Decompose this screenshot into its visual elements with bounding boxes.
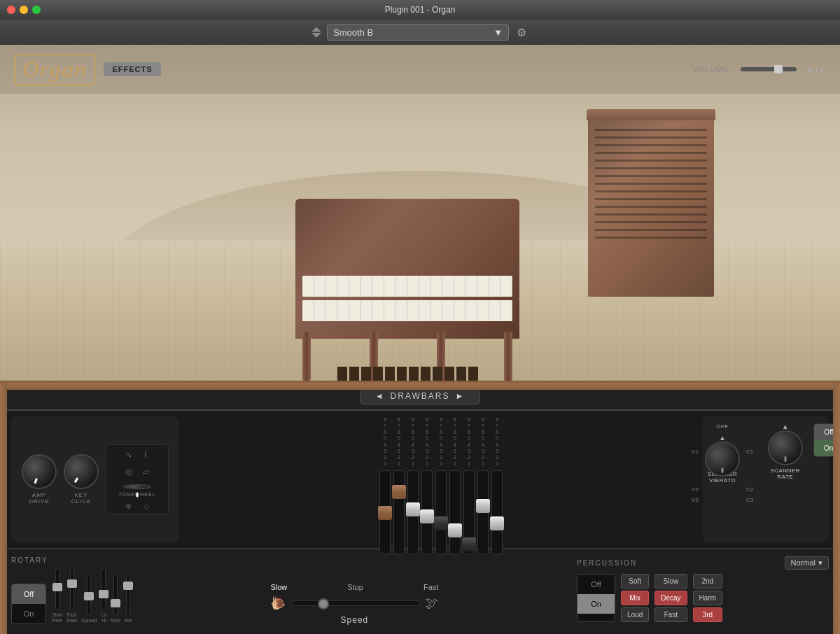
- scanner-section: OFF V1 ▲ C1 SCANNERVIBRATO V2: [703, 416, 829, 542]
- drawbar-track-3[interactable]: [407, 470, 419, 554]
- drawbar-handle-7[interactable]: [462, 537, 476, 551]
- scanner-c1-btn[interactable]: C1: [743, 447, 757, 456]
- key-click-knob[interactable]: [64, 454, 99, 489]
- drawbar-handle-5[interactable]: [434, 516, 448, 530]
- scanner-vibrato-knob[interactable]: [705, 442, 740, 477]
- preset-dropdown[interactable]: Smooth B ▼: [327, 24, 509, 41]
- percussion-soft-btn[interactable]: Soft: [621, 574, 649, 589]
- percussion-on-btn[interactable]: On: [578, 594, 615, 614]
- bottom-section: ROTARY Off On SlowRate: [0, 548, 840, 634]
- drawbar-track-5[interactable]: [435, 470, 447, 554]
- drawbar-track-9[interactable]: [491, 470, 503, 554]
- spread-track[interactable]: [87, 574, 91, 616]
- scanner-v1-btn[interactable]: V1: [688, 447, 702, 456]
- leslie-top: [587, 109, 715, 120]
- preset-name: Smooth B: [333, 27, 373, 38]
- key-click-label: KEYCLICK: [71, 492, 92, 505]
- scanner-row-1: V1 ▲ C1: [688, 435, 757, 470]
- drawbar-col-6: 87654321 2: [449, 416, 461, 562]
- close-button[interactable]: [7, 6, 15, 14]
- lo-hi-thumb[interactable]: [99, 590, 108, 598]
- speed-slider-track[interactable]: [291, 600, 420, 606]
- effects-button[interactable]: EFFECTS: [104, 62, 160, 76]
- scanner-vibrato-column: OFF V1 ▲ C1 SCANNERVIBRATO V2: [688, 423, 757, 505]
- mix-thumb[interactable]: [123, 582, 133, 590]
- drawbars-nav: ◄ DRAWBARS ►: [0, 383, 840, 411]
- drawbars-nav-button[interactable]: ◄ DRAWBARS ►: [360, 388, 480, 404]
- percussion-slow-btn[interactable]: Slow: [654, 574, 687, 589]
- drawbar-handle-3[interactable]: [406, 502, 420, 516]
- maximize-button[interactable]: [32, 6, 41, 14]
- drawbar-handle-9[interactable]: [490, 516, 504, 530]
- scanner-rate-up-arrow: ▲: [768, 423, 803, 430]
- mix-track[interactable]: [126, 574, 130, 616]
- slow-rate-track[interactable]: [55, 568, 59, 610]
- drawbar-col-3: 87654321 8: [407, 416, 419, 562]
- knobs-section: AMPDRIVE KEYCLICK ∿ ⌇ ◎ ▱ TONEWHEEL ⚙ ◇: [11, 416, 179, 542]
- speed-slider-thumb[interactable]: [318, 598, 329, 610]
- speed-labels: Slow Stop Fast: [270, 583, 438, 591]
- preset-down-arrow[interactable]: [312, 33, 321, 38]
- percussion-fast-btn[interactable]: Fast: [654, 607, 687, 622]
- drawbar-handle-4[interactable]: [420, 509, 434, 523]
- fast-rate-track[interactable]: [70, 568, 74, 610]
- spread-thumb[interactable]: [84, 592, 94, 600]
- minimize-button[interactable]: [20, 6, 28, 14]
- percussion-volume-col: Soft Mix Loud: [621, 574, 649, 622]
- lo-hi-track[interactable]: [102, 568, 106, 610]
- mod-thumb[interactable]: [111, 599, 120, 607]
- preset-up-arrow[interactable]: [312, 27, 321, 32]
- scanner-v3-btn[interactable]: V3: [688, 495, 702, 505]
- volume-slider[interactable]: [741, 67, 797, 71]
- tw-icon-3: ⚙: [121, 500, 135, 514]
- drawbar-track-8[interactable]: [477, 470, 489, 554]
- rotary-slider-mix: Mix: [125, 574, 132, 624]
- percussion-preset-dropdown[interactable]: Normal ▾: [785, 556, 829, 570]
- drawbar-numbers-3: 87654321: [412, 416, 414, 467]
- drawbar-handle-6[interactable]: [448, 523, 462, 537]
- nav-left-arrow-icon: ◄: [375, 391, 385, 401]
- scanner-v2-btn[interactable]: V2: [688, 485, 702, 494]
- percussion-harm-btn[interactable]: Harm: [693, 591, 722, 605]
- percussion-off-btn[interactable]: Off: [578, 575, 615, 594]
- drawbars-nav-label: DRAWBARS: [391, 391, 450, 401]
- drawbar-track-1[interactable]: [379, 470, 391, 554]
- scanner-rate-knob[interactable]: [768, 430, 803, 465]
- percussion-decay-col: Slow Decay Fast: [654, 574, 687, 622]
- drawbar-track-2[interactable]: [393, 470, 405, 554]
- volume-label: VOLUME: [692, 65, 729, 73]
- drawbar-numbers-4: 87654321: [426, 416, 428, 467]
- percussion-2nd-btn[interactable]: 2nd: [693, 574, 722, 589]
- drawbar-handle-8[interactable]: [476, 499, 490, 513]
- tw-circle-icon: ◎: [122, 465, 136, 479]
- tonewheel-knob[interactable]: [123, 484, 151, 489]
- tw-square-icon: ▱: [139, 465, 153, 479]
- drawbar-track-6[interactable]: [449, 470, 461, 554]
- fast-rate-thumb[interactable]: [67, 579, 77, 588]
- scanner-vibrato-block: OFF V1 ▲ C1 SCANNERVIBRATO V2: [688, 423, 840, 505]
- amp-drive-knob[interactable]: [22, 454, 57, 489]
- drawbar-track-7[interactable]: [463, 470, 475, 554]
- percussion-decay-btn[interactable]: Decay: [654, 591, 687, 605]
- header-right: VOLUME aır: [692, 64, 826, 75]
- rotary-on-option[interactable]: On: [12, 604, 46, 624]
- scanner-c2-btn[interactable]: C2: [743, 485, 757, 494]
- scanner-rate-column: ▲ SCANNER RATE: [765, 423, 805, 480]
- drawbar-col-4: 87654321 4: [421, 416, 433, 562]
- slow-rate-thumb[interactable]: [52, 583, 62, 591]
- rotary-off-option[interactable]: Off: [12, 584, 46, 604]
- settings-gear-icon[interactable]: ⚙: [514, 25, 528, 39]
- percussion-3rd-btn[interactable]: 3rd: [693, 607, 722, 622]
- mod-track[interactable]: [113, 574, 118, 616]
- drawbar-track-4[interactable]: [421, 470, 433, 554]
- drawbar-handle-2[interactable]: [392, 485, 406, 499]
- slow-rate-label: SlowRate: [52, 612, 62, 624]
- volume-slider-thumb[interactable]: [774, 65, 783, 73]
- controls-panel: ◄ DRAWBARS ► AMPDRIVE KEYCLICK ∿ ⌇ ◎: [0, 381, 840, 634]
- drawbar-handle-1[interactable]: [378, 506, 392, 520]
- amp-drive-knob-container: AMPDRIVE: [22, 454, 57, 505]
- scanner-c3-btn[interactable]: C3: [743, 495, 757, 505]
- percussion-loud-btn[interactable]: Loud: [621, 607, 649, 622]
- rotary-slider-fast-rate: FastRate: [66, 568, 77, 624]
- percussion-mix-btn[interactable]: Mix: [621, 591, 649, 605]
